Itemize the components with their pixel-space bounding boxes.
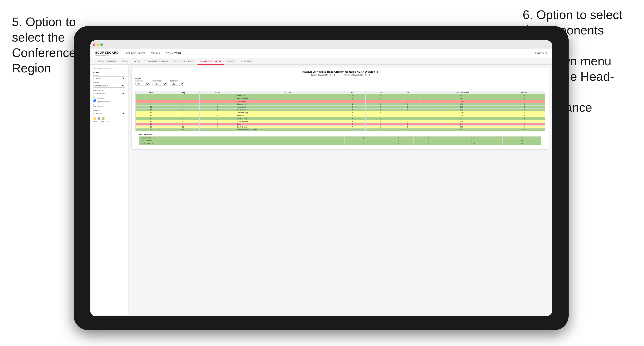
table-row: 19 10 6 Emily Chang 4 1 0 0.30 11 [136,126,545,129]
colour-dots [93,117,125,120]
filter-opponent-group: Opponent (All) [170,80,184,86]
filter-row: Region Opponents: (All) Conferen [135,78,545,87]
sidebar-division-select[interactable]: NCAA Division III [93,84,125,88]
col-rounds: Rounds [504,91,545,94]
sidebar-player-rank-field: Player (Rank) 8. Katelyn Vo [93,90,125,95]
report-header: Katelyn Vo Head-to-Head Grid for Women's… [132,68,549,88]
sidebar-gender-field: Gender Women's [93,74,125,80]
sign-out-link[interactable]: Sign out [535,51,547,56]
filter-opponent-select[interactable]: (All) [170,82,184,86]
sidebar-opponent-view-label: Opponent view [93,97,125,99]
col-win: Win [339,91,366,94]
col-reg: # Reg [166,91,200,94]
top-nav: SCOREBOARD Powered by clippd TOURNAMENTS… [90,49,552,58]
sidebar-opponent-view-field: Opponent view Opponents Played Top 100 [93,97,125,108]
main-area: Last Updated: 27/03/2024 13:44 Player Ge… [90,65,552,315]
filter-region-sublabel: Opponents: [135,80,150,82]
main-table-wrapper: # Div # Reg # Conf Opponent Win Loss Tie… [132,88,549,149]
table-row: 9 1 4 Sharon Mun 1 0 0 3.67 3 [136,103,545,106]
subnav-team-h2h-heatmap[interactable]: TEAM H2H HEATMAP [142,58,171,65]
sidebar-division-label: Division [93,82,125,84]
table-row: 16 3 5 Jessica Mason 1 2 0 -0.94 7 [136,120,545,123]
sidebar-radio-top100[interactable]: Top 100 [93,104,125,107]
browser-close-dot[interactable] [93,43,95,46]
subnav-player-summary[interactable]: PLAYER SUMMARY [171,58,198,65]
out-of-division-title: Out of division [139,133,541,135]
table-row: 13 1 1 Jessica Huang 1 0 0 -3.00 2 [136,111,545,114]
sidebar-colour-by-select[interactable]: Win/loss [93,112,125,115]
col-div: # Div [136,91,166,94]
sidebar-player-rank-label: Player (Rank) [93,90,125,91]
table-row: 14 7 4 Eunice Yi 2 2 0 0.38 9 [136,114,545,117]
browser-chrome [90,40,552,49]
table-row: 3 3 1 Esther Lee 1 0 0 1.50 4 [136,94,545,97]
out-of-division: Out of division Foreign Team 1 0 0 4.500… [135,131,545,147]
nav-teams[interactable]: TEAMS [151,51,160,56]
ood-row: NCAA Division 2 5 0 0 7.400 10 [140,142,541,145]
sidebar-gender-label: Gender [93,74,125,76]
col-loss: Loss [366,91,396,94]
logo-text: SCOREBOARD [95,51,119,54]
subnav-team-h2h-grid[interactable]: TEAM H2H GRID [119,58,142,65]
sub-nav: TEAM SUMMARY TEAM H2H GRID TEAM H2H HEAT… [90,58,552,65]
sidebar-updated: Last Updated: 27/03/2024 13:44 [93,68,125,69]
division-record: Division Record: 331 - 34 - 6 [344,74,370,76]
col-diff: Diff Av Strokes/Rnd [419,91,504,94]
out-of-division-table: Foreign Team 1 0 0 4.500 2 NAIA Division… [139,136,541,145]
nav-committee[interactable]: COMMITTEE [166,51,181,56]
tablet-screen: SCOREBOARD Powered by clippd TOURNAMENTS… [90,40,552,316]
sidebar-colour-by-field: Colour by Win/loss [93,110,125,115]
table-row: 18 2 2 Euna Lee 0 1 0 -5.00 2 [136,123,545,126]
colour-dot-level [98,117,100,120]
sidebar: Last Updated: 27/03/2024 13:44 Player Ge… [90,65,128,315]
logo-area: SCOREBOARD Powered by clippd [95,51,119,56]
sidebar-colour-by-label: Colour by [93,110,125,111]
table-row: 6 3 3 Sydney Kuo 0 1 0 -1.00 3 [136,100,545,103]
filter-conference-select[interactable]: (All) [152,82,167,86]
filter-region-select[interactable]: (All) [135,82,150,86]
sidebar-radio-opponents-played[interactable]: Opponents Played [93,99,125,103]
nav-tournaments[interactable]: TOURNAMENTS [126,51,146,56]
report-title: Katelyn Vo Head-to-Head Grid for Women's… [135,70,545,73]
legend-down: Down [93,121,97,122]
app-content: SCOREBOARD Powered by clippd TOURNAMENTS… [90,49,552,316]
subnav-player-h2h-heatmap[interactable]: PLAYER H2H HEATMAP [224,58,254,65]
logo-sub: Powered by clippd [95,54,119,56]
ood-row: Foreign Team 1 0 0 4.500 2 [140,137,541,139]
browser-maximize-dot[interactable] [100,43,103,46]
ood-row: NAIA Division 1 15 0 0 9.267 30 [140,139,541,142]
col-tie: Tie [396,91,419,94]
col-opponent: Opponent [236,91,339,94]
sidebar-player-rank-select[interactable]: 8. Katelyn Vo [93,92,125,95]
nav-separator: | [532,52,532,55]
sidebar-radio-group: Opponents Played Top 100 [93,99,125,108]
legend-level: Level [100,121,104,122]
table-row: 11 2 5 Heejo Hyun 1 0 0 3.33 3 [136,109,545,111]
report-records: Overall Record: 353 - 34 - 6 Division Re… [135,74,545,76]
filter-conference-label: Conference [152,80,167,82]
nav-right: | Sign out [532,51,547,56]
colour-dot-down [93,117,96,120]
sidebar-division-field: Division NCAA Division III [93,82,125,88]
overall-record: Overall Record: 353 - 34 - 6 [310,74,335,76]
legend-up: Up [106,121,108,122]
table-row: 5 2 2 Alexis Sudjianto 1 0 0 4.00 3 [136,97,545,100]
table-row: 15 8 5 Stella Cheng 1 0 0 1.25 4 [136,117,545,120]
filter-opponent-label: Opponent [170,80,184,82]
table-row: 10 6 3 Andrea York 2 0 0 4.00 4 [136,106,545,109]
report-container: Katelyn Vo Head-to-Head Grid for Women's… [131,68,549,150]
bottom-toolbar: ↩ ↩ ↪ ⚙ ✂ ⬡· ⏱ View: Original Save Custo… [90,315,552,316]
subnav-player-h2h-grid[interactable]: PLAYER H2H GRID [198,58,224,65]
player-h2h-table: # Div # Reg # Conf Opponent Win Loss Tie… [135,91,545,131]
colour-dot-up [102,117,105,120]
tablet: SCOREBOARD Powered by clippd TOURNAMENTS… [74,26,568,330]
col-conf: # Conf [200,91,236,94]
content-area: Katelyn Vo Head-to-Head Grid for Women's… [128,65,552,315]
filter-region-label: Region [135,78,150,80]
browser-minimize-dot[interactable] [96,43,99,46]
nav-links: TOURNAMENTS TEAMS COMMITTEE [126,51,524,56]
subnav-team-summary[interactable]: TEAM SUMMARY [95,58,119,65]
sidebar-gender-select[interactable]: Women's [93,76,125,80]
sidebar-player-label: Player [93,71,125,73]
filter-conference-group: Conference (All) [152,80,167,86]
